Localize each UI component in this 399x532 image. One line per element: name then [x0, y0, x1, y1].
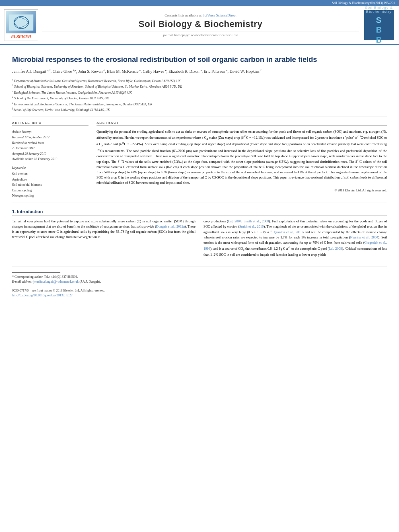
article-info-abstract-section: ARTICLE INFO Article history: Received 1… — [12, 121, 387, 199]
ref-lal-2008[interactable]: Lal, 2008 — [329, 246, 342, 250]
ref-smith-2008[interactable]: Smith et al., 2008 — [244, 219, 269, 223]
keyword-carbon-cycling: Carbon cycling — [12, 188, 88, 193]
footnote-email: E-mail address: jennifer.dungait@rothams… — [12, 279, 387, 284]
elsevier-logo-box: ELSEVIER — [4, 9, 38, 41]
ref-smith-2010[interactable]: Smith et al., 2010 — [239, 224, 264, 228]
authors-line: Jennifer A.J. Dungait a,*, Claire Ghee b… — [12, 68, 387, 74]
sbb-logo-container: Soil Biology & Biochemistry S B B — [363, 10, 395, 40]
ref-lal-2004[interactable]: Lal, 2004 — [228, 219, 241, 223]
article-title: Microbial responses to the erosional red… — [12, 55, 387, 64]
ref-gregorich-1998[interactable]: Gregorich et al., 1998 — [204, 240, 387, 250]
keyword-agriculture: Agriculture — [12, 177, 88, 183]
intro-para-1: Terrestrial ecosystems hold the potentia… — [12, 219, 195, 240]
journal-header: ELSEVIER Contents lists available at Sci… — [0, 6, 399, 45]
keyword-nitrogen-cycling: Nitrogen cycling — [12, 193, 88, 199]
svg-rect-0 — [9, 14, 33, 31]
intro-left-col: Terrestrial ecosystems hold the potentia… — [12, 219, 195, 261]
introduction-two-col: Terrestrial ecosystems hold the potentia… — [12, 219, 387, 261]
affiliations: a Department of Sustainable Soils and Gr… — [12, 78, 387, 113]
abstract-column: ABSTRACT Quantifying the potential for e… — [97, 121, 387, 199]
main-content: Microbial responses to the erosional red… — [0, 45, 399, 302]
journal-homepage: journal homepage: www.elsevier.com/locat… — [42, 31, 359, 37]
keyword-soil-microbial-biomass: Soil microbial biomass — [12, 182, 88, 188]
ref-dungait-2012a[interactable]: Dungait et al., 2012a — [156, 224, 185, 228]
copyright-line: © 2013 Elsevier Ltd. All rights reserved… — [97, 189, 387, 192]
ref-nearing-2004[interactable]: Nearing et al., 2004 — [350, 235, 378, 239]
footnote-corresponding: * Corresponding author. Tel.: +44 (0)183… — [12, 275, 387, 279]
article-history: Article history: Received 17 September 2… — [12, 129, 88, 162]
article-info-column: ARTICLE INFO Article history: Received 1… — [12, 121, 88, 199]
sbb-logo: Soil Biology & Biochemistry S B B — [364, 10, 394, 40]
top-bar: Soil Biology & Biochemistry 60 (2013) 19… — [0, 0, 399, 6]
intro-right-col: crop production (Lal, 2004; Smith et al.… — [204, 219, 387, 261]
abstract-text: Quantifying the potential for eroding ag… — [97, 129, 387, 185]
keywords-header: Keywords: — [12, 166, 88, 170]
intro-para-2: crop production (Lal, 2004; Smith et al.… — [204, 219, 387, 257]
abstract-header: ABSTRACT — [97, 121, 387, 126]
doi-link[interactable]: http://dx.doi.org/10.1016/j.soilbio.2013… — [12, 294, 72, 297]
elsevier-logo-image — [6, 11, 36, 33]
introduction-title: 1. Introduction — [12, 209, 387, 216]
sciverse-line: Contents lists available at SciVerse Sci… — [42, 13, 359, 17]
keyword-soil-erosion: Soil erosion — [12, 171, 88, 177]
email-link[interactable]: jennifer.dungait@rothamsted.ac.uk — [33, 280, 78, 283]
article-info-header: ARTICLE INFO — [12, 121, 88, 126]
footnote-issn: 0038-0717/$ – see front matter © 2013 El… — [12, 288, 387, 293]
sciverse-link[interactable]: SciVerse ScienceDirect — [203, 13, 237, 17]
footnote-doi: http://dx.doi.org/10.1016/j.soilbio.2013… — [12, 293, 387, 298]
sbb-letters: S B B — [376, 15, 382, 45]
footer-section: * Corresponding author. Tel.: +44 (0)183… — [12, 267, 387, 298]
introduction-section: 1. Introduction Terrestrial ecosystems h… — [12, 209, 387, 261]
journal-citation: Soil Biology & Biochemistry 60 (2013) 19… — [332, 1, 395, 5]
journal-title: Soil Biology & Biochemistry — [42, 19, 359, 29]
elsevier-brand-text: ELSEVIER — [6, 35, 36, 39]
ref-quinton-2010[interactable]: Quinton et al., 2010 — [274, 230, 302, 234]
journal-center-header: Contents lists available at SciVerse Sci… — [42, 13, 359, 37]
keywords-section: Keywords: Soil erosion Agriculture Soil … — [12, 166, 88, 199]
